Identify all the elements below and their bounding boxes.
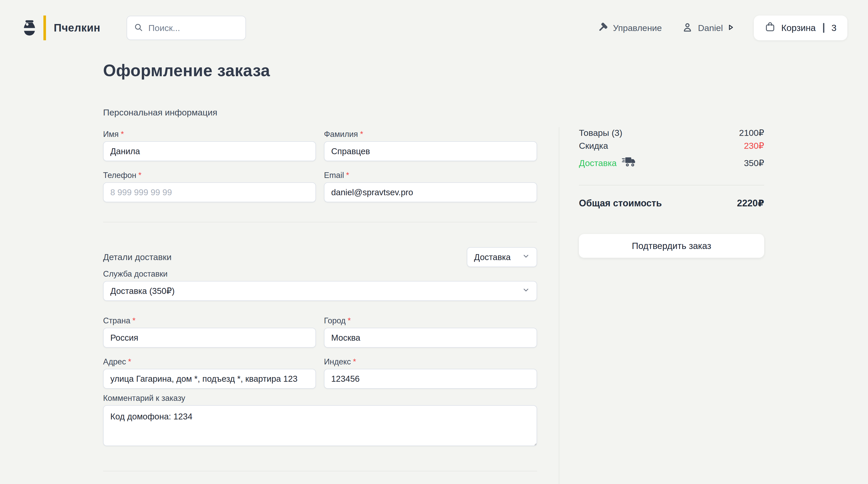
section-divider	[103, 471, 537, 471]
checkout-form: Оформление заказа Персональная информаци…	[103, 0, 537, 471]
section-personal-title: Персональная информация	[103, 107, 537, 118]
delivery-section-head: Детали доставки Доставка	[103, 247, 537, 267]
email-label: Email*	[324, 170, 537, 180]
confirm-order-button[interactable]: Подтвердить заказ	[579, 234, 764, 258]
hammer-icon	[597, 22, 608, 34]
field-postcode: Индекс*	[324, 357, 537, 389]
comment-textarea[interactable]: Код домофона: 1234	[103, 405, 537, 446]
comment-label: Комментарий к заказу	[103, 393, 537, 403]
chevron-down-icon	[522, 286, 530, 296]
section-divider	[103, 222, 537, 222]
summary-total-value: 2220₽	[737, 198, 764, 209]
cart-button[interactable]: Корзина 3	[754, 15, 847, 40]
address-fields-grid: Страна* Город* Адрес* Индекс*	[103, 316, 537, 389]
summary-items-value: 2100₽	[739, 128, 764, 138]
first-name-label: Имя*	[103, 129, 316, 139]
address-label: Адрес*	[103, 357, 316, 367]
field-last-name: Фамилия*	[324, 129, 537, 161]
delivery-service-value: Доставка (350₽)	[110, 286, 175, 296]
required-mark: *	[348, 316, 351, 325]
header-nav: Управление Daniel	[597, 15, 847, 40]
cart-count: 3	[832, 23, 836, 33]
summary-delivery-value: 350₽	[744, 158, 764, 168]
summary-items-label: Товары (3)	[579, 128, 622, 138]
required-mark: *	[138, 171, 142, 180]
user-icon	[682, 22, 693, 34]
delivery-service-label: Служба доставки	[103, 269, 537, 279]
field-first-name: Имя*	[103, 129, 316, 161]
first-name-input[interactable]	[103, 141, 316, 161]
required-mark: *	[121, 130, 124, 139]
country-input[interactable]	[103, 328, 316, 348]
required-mark: *	[353, 357, 356, 366]
postcode-label: Индекс*	[324, 357, 537, 367]
required-mark: *	[132, 316, 135, 325]
brand-divider	[43, 15, 46, 40]
truck-icon	[622, 157, 636, 169]
nav-management-label: Управление	[613, 23, 662, 33]
phone-label: Телефон*	[103, 170, 316, 180]
delivery-type-select[interactable]: Доставка	[467, 247, 537, 267]
triangle-right-icon	[728, 24, 734, 32]
last-name-input[interactable]	[324, 141, 537, 161]
nav-management[interactable]: Управление	[597, 22, 662, 34]
nav-user-label: Daniel	[698, 23, 723, 33]
order-summary: Товары (3) 2100₽ Скидка 230₽ Доставка	[579, 128, 764, 258]
brand-name: Пчелкин	[54, 22, 100, 34]
chevron-down-icon	[522, 252, 530, 262]
summary-discount-value: 230₽	[744, 140, 764, 151]
cart-label: Корзина	[781, 23, 815, 33]
section-delivery-title: Детали доставки	[103, 252, 172, 262]
email-input[interactable]	[324, 182, 537, 202]
address-input[interactable]	[103, 369, 316, 389]
phone-input[interactable]	[103, 182, 316, 202]
field-email: Email*	[324, 170, 537, 202]
city-label: Город*	[324, 316, 537, 326]
honey-pot-icon	[23, 20, 36, 36]
shopping-bag-icon	[765, 22, 776, 34]
summary-delivery-label: Доставка	[579, 158, 617, 168]
delivery-service-select[interactable]: Доставка (350₽)	[103, 281, 537, 301]
required-mark: *	[346, 171, 349, 180]
field-phone: Телефон*	[103, 170, 316, 202]
summary-total-row: Общая стоимость 2220₽	[579, 198, 764, 209]
brand-logo[interactable]: Пчелкин	[23, 15, 100, 40]
nav-user[interactable]: Daniel	[682, 22, 734, 34]
summary-items-row: Товары (3) 2100₽	[579, 128, 764, 138]
last-name-label: Фамилия*	[324, 129, 537, 139]
summary-divider	[579, 185, 764, 186]
required-mark: *	[360, 130, 363, 139]
summary-discount-label: Скидка	[579, 140, 608, 151]
content-summary-divider	[559, 127, 559, 484]
field-address: Адрес*	[103, 357, 316, 389]
country-label: Страна*	[103, 316, 316, 326]
page-title: Оформление заказа	[103, 61, 537, 80]
field-city: Город*	[324, 316, 537, 348]
postcode-input[interactable]	[324, 369, 537, 389]
summary-total-label: Общая стоимость	[579, 198, 662, 209]
personal-fields-grid: Имя* Фамилия* Телефон* Email*	[103, 129, 537, 202]
delivery-type-value: Доставка	[474, 252, 511, 262]
summary-delivery-row: Доставка 350₽	[579, 157, 764, 169]
field-country: Страна*	[103, 316, 316, 348]
summary-discount-row: Скидка 230₽	[579, 140, 764, 151]
cart-separator	[823, 23, 824, 33]
required-mark: *	[128, 357, 131, 366]
city-input[interactable]	[324, 328, 537, 348]
